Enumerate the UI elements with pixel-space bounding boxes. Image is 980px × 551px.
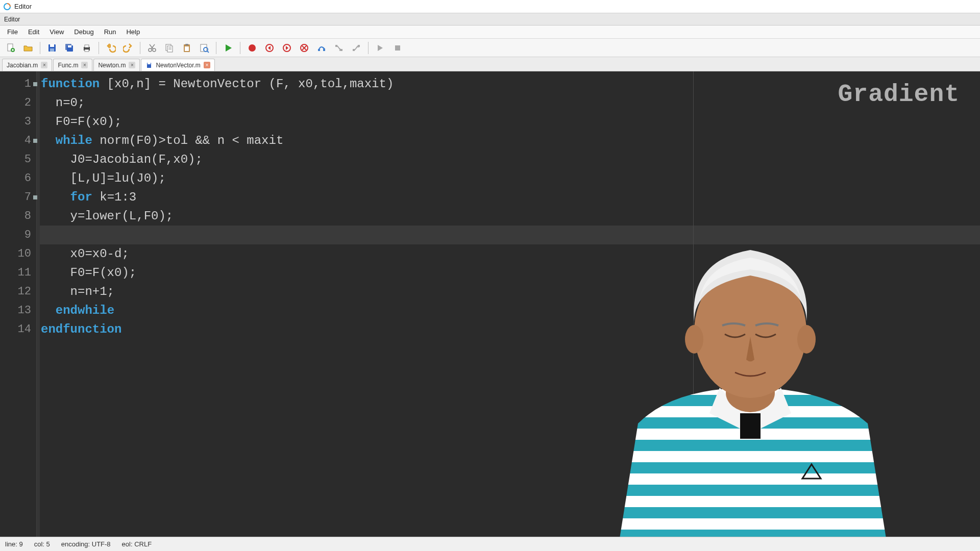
open-folder-button[interactable] bbox=[20, 40, 36, 56]
code-line[interactable]: x0=x0-d; bbox=[40, 244, 980, 263]
tabbar: Jacobian.m×Func.m×Newton.m×NewtonVector.… bbox=[0, 57, 980, 71]
continue-button[interactable] bbox=[373, 40, 388, 56]
svg-rect-31 bbox=[395, 45, 400, 51]
new-file-button[interactable] bbox=[3, 40, 18, 56]
editor-area[interactable]: 1234567891011121314 Gradient function [x… bbox=[0, 71, 980, 537]
tab-close-icon[interactable]: × bbox=[81, 62, 88, 68]
menu-view[interactable]: View bbox=[44, 26, 69, 38]
code-line[interactable]: F0=F(x0); bbox=[40, 263, 980, 282]
toolbar-separator bbox=[368, 42, 369, 54]
line-number[interactable]: 3 bbox=[0, 112, 36, 131]
code-line[interactable]: y=lower(L,F0); bbox=[40, 207, 980, 226]
svg-rect-5 bbox=[50, 48, 54, 52]
step-over-button[interactable] bbox=[314, 40, 329, 56]
line-number[interactable]: 7 bbox=[0, 188, 36, 207]
code-line[interactable] bbox=[40, 226, 980, 244]
code-line[interactable]: while norm(F0)>tol && n < maxit bbox=[40, 131, 980, 150]
menu-file[interactable]: File bbox=[2, 26, 23, 38]
tab-label: NewtonVector.m bbox=[156, 62, 200, 69]
undo-button[interactable] bbox=[103, 40, 118, 56]
tab-newton-m[interactable]: Newton.m× bbox=[93, 59, 140, 71]
code-line[interactable]: F0=F(x0); bbox=[40, 112, 980, 131]
svg-rect-27 bbox=[335, 45, 337, 47]
window-title: Editor bbox=[14, 3, 32, 10]
fold-marker-icon[interactable] bbox=[33, 139, 37, 143]
line-number[interactable]: 2 bbox=[0, 93, 36, 112]
tab-newtonvector-m[interactable]: NewtonVector.m× bbox=[141, 59, 214, 71]
tab-close-icon[interactable]: × bbox=[204, 62, 210, 68]
editor-subtitle: Editor bbox=[0, 13, 980, 26]
toolbar-separator bbox=[140, 42, 140, 54]
margin-ruler bbox=[693, 71, 694, 537]
line-number[interactable]: 6 bbox=[0, 169, 36, 188]
watermark-text: Gradient bbox=[838, 81, 960, 108]
clear-breakpoints-button[interactable] bbox=[297, 40, 312, 56]
svg-rect-10 bbox=[85, 45, 89, 47]
step-in-button[interactable] bbox=[331, 40, 347, 56]
code-line[interactable]: endwhile bbox=[40, 301, 980, 320]
code-line[interactable]: endfunction bbox=[40, 320, 980, 339]
code-line[interactable]: for k=1:3 bbox=[40, 188, 980, 207]
svg-rect-25 bbox=[318, 49, 320, 51]
prev-breakpoint-button[interactable] bbox=[262, 40, 277, 56]
line-number[interactable]: 10 bbox=[0, 244, 36, 263]
cut-button[interactable] bbox=[144, 40, 160, 56]
copy-button[interactable] bbox=[162, 40, 177, 56]
svg-rect-8 bbox=[68, 45, 71, 47]
app-icon bbox=[3, 3, 11, 11]
menu-edit[interactable]: Edit bbox=[23, 26, 44, 38]
save-button[interactable] bbox=[44, 40, 60, 56]
line-number[interactable]: 11 bbox=[0, 263, 36, 282]
svg-rect-4 bbox=[50, 44, 54, 47]
toolbar bbox=[0, 39, 980, 57]
line-number[interactable]: 14 bbox=[0, 320, 36, 339]
paste-button[interactable] bbox=[179, 40, 194, 56]
stop-button[interactable] bbox=[390, 40, 405, 56]
step-out-button[interactable] bbox=[349, 40, 364, 56]
line-number[interactable]: 5 bbox=[0, 150, 36, 169]
line-number-gutter[interactable]: 1234567891011121314 bbox=[0, 71, 37, 537]
code-line[interactable]: J0=Jacobian(F,x0); bbox=[40, 150, 980, 169]
code-line[interactable]: n=n+1; bbox=[40, 282, 980, 301]
fold-marker-icon[interactable] bbox=[33, 195, 37, 199]
toolbar-separator bbox=[40, 42, 40, 54]
find-replace-button[interactable] bbox=[197, 40, 212, 56]
line-number[interactable]: 12 bbox=[0, 282, 36, 301]
status-encoding: encoding: UTF-8 bbox=[61, 540, 111, 548]
tab-func-m[interactable]: Func.m× bbox=[53, 59, 92, 71]
tab-label: Func.m bbox=[58, 62, 78, 69]
next-breakpoint-button[interactable] bbox=[279, 40, 295, 56]
menubar: File Edit View Debug Run Help bbox=[0, 26, 980, 39]
status-eol: eol: CRLF bbox=[122, 540, 152, 548]
svg-rect-33 bbox=[148, 63, 151, 64]
line-number[interactable]: 4 bbox=[0, 131, 36, 150]
line-number[interactable]: 1 bbox=[0, 74, 36, 93]
tab-label: Newton.m bbox=[98, 62, 126, 69]
menu-help[interactable]: Help bbox=[121, 26, 145, 38]
titlebar: Editor bbox=[0, 0, 980, 13]
save-all-button[interactable] bbox=[62, 40, 77, 56]
svg-point-21 bbox=[249, 44, 256, 52]
fold-marker-icon[interactable] bbox=[33, 82, 37, 86]
statusbar: line: 9 col: 5 encoding: UTF-8 eol: CRLF bbox=[0, 537, 980, 551]
code-line[interactable]: [L,U]=lu(J0); bbox=[40, 169, 980, 188]
svg-rect-17 bbox=[185, 44, 188, 45]
svg-rect-29 bbox=[353, 49, 355, 51]
line-number[interactable]: 9 bbox=[0, 226, 36, 244]
code-text-area[interactable]: Gradient function [x0,n] = NewtonVector … bbox=[40, 71, 980, 537]
svg-rect-15 bbox=[167, 46, 173, 52]
menu-debug[interactable]: Debug bbox=[69, 26, 99, 38]
tab-jacobian-m[interactable]: Jacobian.m× bbox=[2, 59, 52, 71]
run-button[interactable] bbox=[220, 40, 236, 56]
line-number[interactable]: 13 bbox=[0, 301, 36, 320]
status-col: col: 5 bbox=[34, 540, 50, 548]
file-icon bbox=[145, 62, 153, 69]
toggle-breakpoint-button[interactable] bbox=[244, 40, 260, 56]
tab-close-icon[interactable]: × bbox=[129, 62, 135, 68]
print-button[interactable] bbox=[79, 40, 94, 56]
menu-run[interactable]: Run bbox=[99, 26, 121, 38]
tab-close-icon[interactable]: × bbox=[41, 62, 47, 68]
line-number[interactable]: 8 bbox=[0, 207, 36, 226]
redo-button[interactable] bbox=[120, 40, 136, 56]
svg-rect-11 bbox=[85, 49, 89, 52]
